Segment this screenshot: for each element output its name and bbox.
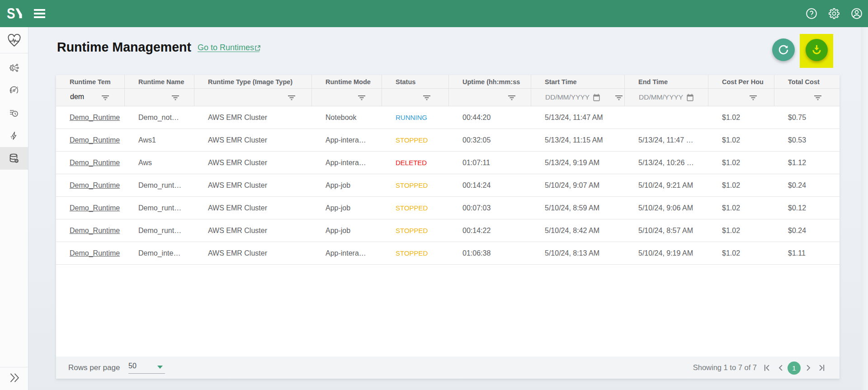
svg-text:S: S (7, 6, 15, 22)
